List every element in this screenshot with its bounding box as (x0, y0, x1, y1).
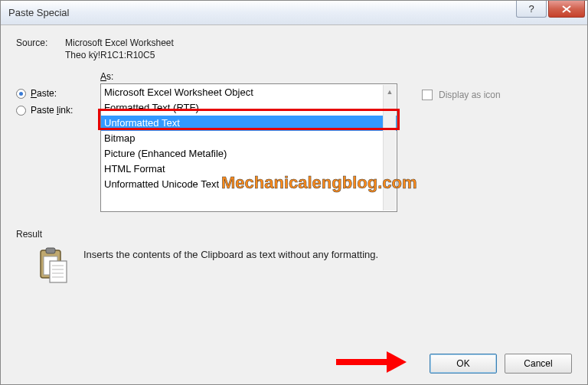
right-column: Display as icon (400, 71, 501, 212)
result-description: Inserts the contents of the Clipboard as… (83, 247, 378, 260)
button-row: OK Cancel (16, 341, 572, 375)
paste-radio[interactable]: Paste: (16, 88, 100, 99)
scroll-up-icon[interactable]: ▲ (384, 85, 396, 98)
result-label: Result (16, 229, 572, 240)
help-button[interactable]: ? (516, 1, 547, 18)
svg-marker-9 (387, 351, 407, 373)
window-title: Paste Special (8, 7, 70, 18)
as-label: As: (100, 71, 400, 82)
list-column: As: Microsoft Excel Worksheet Object For… (100, 71, 400, 212)
source-value-line1: Microsoft Excel Worksheet (65, 38, 174, 48)
radio-icon (16, 89, 26, 99)
display-as-icon-label: Display as icon (439, 90, 501, 100)
svg-rect-1 (46, 248, 55, 253)
list-item-selected[interactable]: Unformatted Text (101, 116, 397, 131)
format-listbox[interactable]: Microsoft Excel Worksheet Object Formatt… (100, 83, 397, 212)
list-item[interactable]: Microsoft Excel Worksheet Object (101, 85, 397, 100)
annotation-arrow-icon (336, 351, 407, 375)
list-item[interactable]: Bitmap (101, 131, 397, 146)
svg-rect-3 (50, 261, 67, 282)
source-row: Source: Microsoft Excel Worksheet (16, 38, 572, 48)
paste-special-dialog: Paste Special ? Source: Microsoft Excel … (0, 0, 588, 385)
window-controls: ? (516, 1, 585, 18)
result-section: Result Inserts the contents of the Clipb… (16, 229, 572, 284)
titlebar[interactable]: Paste Special ? (1, 1, 587, 25)
list-item[interactable]: Formatted Text (RTF) (101, 100, 397, 116)
list-item[interactable]: Unformatted Unicode Text (101, 177, 397, 192)
list-item[interactable]: Picture (Enhanced Metafile) (101, 146, 397, 162)
paste-radio-label: Paste: (31, 88, 57, 99)
paste-link-radio[interactable]: Paste link: (16, 105, 100, 116)
radio-icon (16, 106, 26, 116)
paste-link-radio-label: Paste link: (31, 105, 73, 116)
main-area: Paste: Paste link: As: Microsoft Excel W… (16, 71, 572, 212)
list-item[interactable]: HTML Format (101, 162, 397, 177)
radio-group: Paste: Paste link: (16, 71, 100, 212)
scrollbar[interactable]: ▲ (383, 85, 396, 210)
source-value-line2: Theo kỳ!R1C1:R10C5 (16, 50, 572, 60)
svg-rect-8 (336, 359, 388, 365)
cancel-button[interactable]: Cancel (505, 354, 572, 374)
ok-button[interactable]: OK (430, 354, 497, 374)
source-label: Source: (16, 38, 65, 48)
clipboard-icon (38, 247, 70, 284)
dialog-content: Source: Microsoft Excel Worksheet Theo k… (1, 25, 587, 384)
display-as-icon-checkbox[interactable]: Display as icon (422, 90, 501, 100)
close-button[interactable] (548, 1, 585, 18)
checkbox-icon (422, 90, 433, 100)
close-icon (562, 5, 571, 13)
